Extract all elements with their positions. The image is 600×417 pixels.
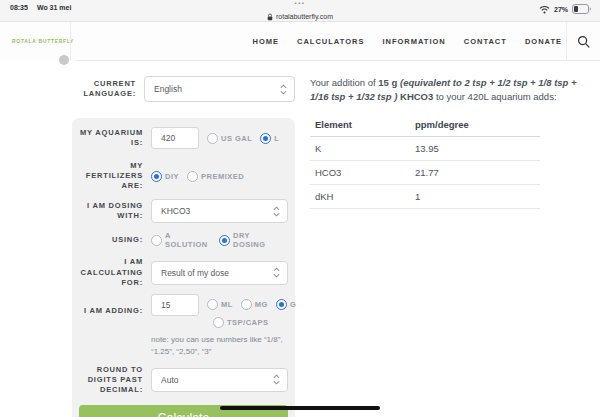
radio-label: A SOLUTION — [165, 231, 211, 249]
radio-icon — [187, 171, 198, 182]
aquarium-row: MY AQUARIUM IS: US GAL L — [79, 127, 288, 149]
radio-a-solution[interactable]: A SOLUTION — [151, 231, 211, 249]
select-stepper-icon — [273, 374, 280, 385]
aquarium-size-input[interactable] — [151, 127, 199, 149]
nav-menu: HOME CALCULATORS INFORMATION CONTACT DON… — [253, 22, 562, 60]
ipad-safari-screen: 08:35 Wo 31 mei ••• rotalabutterfly.com … — [0, 0, 600, 417]
radio-icon — [151, 171, 162, 182]
table-row: K 13.95 — [310, 137, 540, 161]
fertilizers-row: MY FERTILIZERS ARE: DIY PREMIXED — [79, 161, 288, 191]
status-bar: 08:35 Wo 31 mei ••• rotalabutterfly.com … — [0, 0, 600, 22]
tab-overview-dots[interactable]: ••• — [0, 0, 600, 7]
element-cell: HCO3 — [315, 167, 415, 178]
rounding-select[interactable]: Auto — [151, 368, 288, 392]
nav-divider-left — [70, 22, 71, 60]
nav-item-donate[interactable]: DONATE — [525, 37, 562, 46]
col-header-ppm: ppm/degree — [415, 119, 469, 130]
language-row: CURRENT LANGUAGE: English — [72, 76, 295, 102]
nav-item-home[interactable]: HOME — [253, 37, 280, 46]
result-summary: Your addition of 15 g (equivalent to 2 t… — [310, 76, 582, 105]
rounding-select-value: Auto — [161, 375, 179, 385]
radio-label: US GAL — [221, 134, 252, 143]
calculating-row: I AM CALCULATING FOR: Result of my dose — [79, 257, 288, 287]
radio-liters[interactable]: L — [260, 133, 279, 144]
radio-label: DRY DOSING — [233, 231, 280, 249]
select-stepper-icon — [273, 206, 280, 217]
calculating-select[interactable]: Result of my dose — [151, 261, 288, 285]
radio-g[interactable]: G — [276, 299, 296, 310]
radio-icon — [213, 317, 224, 328]
adding-label: I AM ADDING: — [79, 306, 143, 316]
aquarium-label: MY AQUARIUM IS: — [79, 128, 143, 148]
nav-item-calculators[interactable]: CALCULATORS — [297, 37, 364, 46]
battery-percent: 27% — [554, 6, 568, 13]
select-stepper-icon — [280, 84, 287, 95]
calculator-form-panel: MY AQUARIUM IS: US GAL L MY FERTILIZERS … — [72, 118, 295, 417]
radio-icon — [241, 299, 252, 310]
nav-divider-right — [566, 22, 567, 60]
url-text: rotalabutterfly.com — [276, 12, 333, 22]
element-cell: dKH — [315, 191, 415, 202]
language-select-value: English — [154, 84, 182, 94]
using-row: USING: A SOLUTION DRY DOSING — [79, 231, 288, 249]
radio-premixed[interactable]: PREMIXED — [187, 171, 244, 182]
search-icon[interactable] — [577, 35, 591, 49]
site-nav: ROTALA BUTTERFLY HOME CALCULATORS INFORM… — [0, 22, 600, 60]
calculating-label: I AM CALCULATING FOR: — [79, 257, 143, 287]
scroll-indicator[interactable] — [59, 55, 69, 65]
result-table: Element ppm/degree K 13.95 HCO3 21.77 dK… — [310, 113, 540, 209]
radio-icon — [219, 235, 230, 246]
radio-tsp-caps[interactable]: TSP/CAPS — [213, 317, 269, 328]
site-logo[interactable]: ROTALA BUTTERFLY — [12, 38, 74, 44]
dosing-row: I AM DOSING WITH: KHCO3 — [79, 199, 288, 223]
value-cell: 21.77 — [415, 167, 439, 178]
col-header-element: Element — [315, 119, 415, 130]
radio-ml[interactable]: ML — [207, 299, 233, 310]
language-select[interactable]: English — [144, 76, 295, 102]
radio-label: MG — [255, 300, 268, 309]
adding-note: note: you can use numbers like “1/8”, “1… — [151, 334, 291, 359]
element-cell: K — [315, 143, 415, 154]
table-header-row: Element ppm/degree — [310, 113, 540, 137]
wifi-icon — [539, 5, 550, 14]
radio-label: PREMIXED — [201, 172, 244, 181]
results-column: Your addition of 15 g (equivalent to 2 t… — [310, 76, 582, 209]
radio-icon — [276, 299, 287, 310]
adding-row: I AM ADDING: ML MG — [79, 294, 288, 328]
dosing-select-value: KHCO3 — [161, 206, 190, 216]
rounding-row: ROUND TO DIGITS PAST DECIMAL: Auto — [79, 365, 288, 395]
table-row: dKH 1 — [310, 185, 540, 209]
home-indicator[interactable] — [220, 406, 380, 410]
nav-item-information[interactable]: INFORMATION — [382, 37, 445, 46]
battery-icon — [572, 4, 592, 14]
radio-label: ML — [221, 300, 233, 309]
value-cell: 1 — [415, 191, 420, 202]
dosing-select[interactable]: KHCO3 — [151, 199, 288, 223]
address-bar[interactable]: rotalabutterfly.com — [267, 12, 333, 22]
radio-icon — [260, 133, 271, 144]
rounding-label: ROUND TO DIGITS PAST DECIMAL: — [79, 365, 143, 395]
radio-diy[interactable]: DIY — [151, 171, 179, 182]
dosing-label: I AM DOSING WITH: — [79, 201, 143, 221]
using-label: USING: — [79, 235, 143, 245]
lock-icon — [267, 13, 273, 21]
radio-mg[interactable]: MG — [241, 299, 268, 310]
header-divider — [75, 60, 600, 61]
adding-amount-input[interactable] — [151, 294, 199, 316]
radio-dry-dosing[interactable]: DRY DOSING — [219, 231, 280, 249]
radio-icon — [151, 235, 162, 246]
select-stepper-icon — [273, 267, 280, 278]
calculating-select-value: Result of my dose — [161, 268, 229, 278]
language-label: CURRENT LANGUAGE: — [72, 79, 136, 99]
fertilizers-label: MY FERTILIZERS ARE: — [79, 161, 143, 191]
nav-item-contact[interactable]: CONTACT — [464, 37, 507, 46]
value-cell: 13.95 — [415, 143, 439, 154]
table-row: HCO3 21.77 — [310, 161, 540, 185]
radio-icon — [207, 299, 218, 310]
radio-label: G — [290, 300, 296, 309]
radio-label: L — [274, 134, 279, 143]
radio-label: DIY — [165, 172, 179, 181]
radio-label: TSP/CAPS — [227, 318, 269, 327]
radio-us-gal[interactable]: US GAL — [207, 133, 252, 144]
radio-icon — [207, 133, 218, 144]
